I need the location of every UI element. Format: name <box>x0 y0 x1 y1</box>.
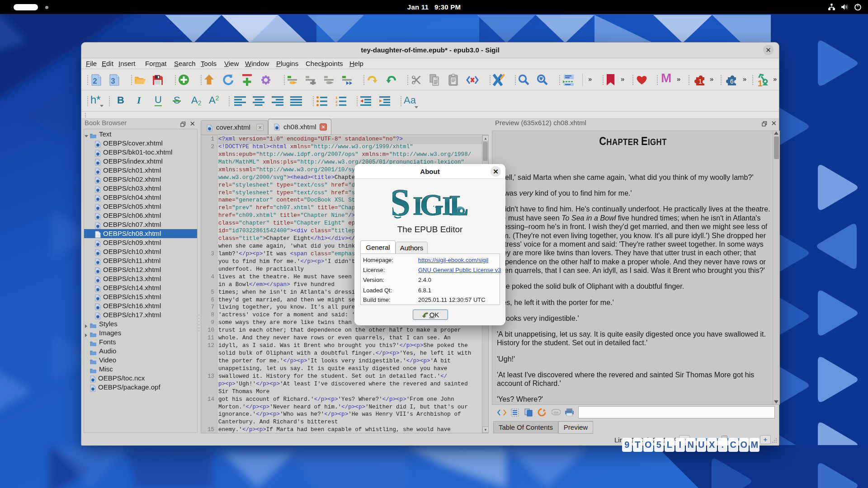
svg-text:L: L <box>449 189 468 221</box>
svg-text:G: G <box>420 188 443 221</box>
svg-text:6: 6 <box>730 78 734 85</box>
svg-text:css: css <box>554 411 559 414</box>
svg-text:3: 3 <box>111 77 115 85</box>
svg-text:3: 3 <box>335 103 338 106</box>
svg-text:2: 2 <box>93 77 97 85</box>
svg-text:1: 1 <box>758 79 763 87</box>
svg-text:1: 1 <box>335 96 338 100</box>
svg-text:1: 1 <box>698 78 702 85</box>
